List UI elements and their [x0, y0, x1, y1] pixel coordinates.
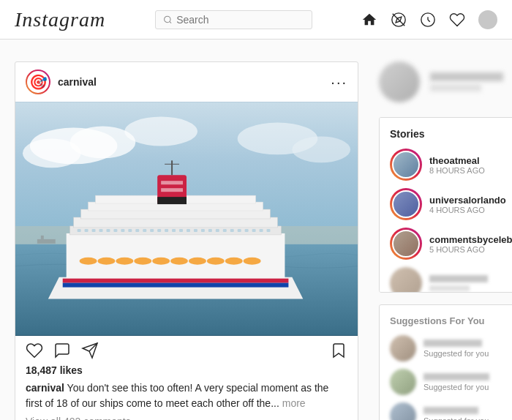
svg-rect-29 [113, 229, 117, 232]
header: Instagram [0, 0, 512, 40]
suggestions-header: Suggestions For You See All [390, 315, 512, 326]
story-time-1: 4 HOURS AGO [429, 206, 506, 214]
svg-rect-26 [92, 229, 96, 232]
post-actions-left [26, 342, 99, 361]
suggestion-sub-2: Suggested for you [423, 416, 489, 421]
bookmark-button[interactable] [330, 342, 347, 361]
main-container: 🎯 carnival ··· [0, 61, 512, 420]
svg-rect-39 [187, 229, 190, 232]
svg-rect-43 [216, 229, 219, 232]
story-item-3[interactable] [390, 267, 512, 293]
svg-point-0 [164, 16, 170, 22]
svg-rect-46 [238, 229, 241, 232]
svg-point-57 [80, 258, 97, 265]
story-info-1: universalorlando 4 HOURS AGO [429, 195, 506, 214]
story-info-2: commentsbycelebs 5 HOURS AGO [429, 234, 512, 254]
post-author-username[interactable]: carnival [58, 76, 97, 88]
post-caption-username[interactable]: carnival [26, 382, 64, 394]
suggestion-info-2: Suggested for you [423, 407, 489, 421]
svg-line-1 [169, 21, 170, 23]
suggestion-left-1: Suggested for you [390, 369, 489, 395]
story-time-blur-3 [429, 285, 470, 291]
post-card: 🎯 carnival ··· [15, 61, 358, 420]
post-likes-count: 18,487 likes [15, 364, 358, 380]
post-image [15, 102, 358, 336]
view-all-comments[interactable]: View all 402 comments [15, 416, 358, 420]
svg-rect-35 [157, 229, 161, 232]
suggestion-avatar-1[interactable] [390, 369, 416, 395]
svg-rect-40 [194, 229, 197, 232]
share-button[interactable] [81, 342, 99, 361]
svg-rect-54 [157, 197, 187, 204]
user-avatar[interactable] [478, 10, 497, 29]
svg-point-60 [134, 258, 151, 265]
suggestion-info-0: Suggested for you [423, 340, 489, 358]
suggestion-left-0: Suggested for you [390, 335, 489, 361]
explore-icon[interactable] [391, 12, 407, 28]
svg-rect-18 [67, 233, 285, 279]
svg-rect-27 [99, 229, 103, 232]
svg-point-66 [244, 258, 261, 265]
sidebar-profile [379, 61, 512, 102]
svg-point-62 [170, 258, 188, 265]
suggestion-info-1: Suggested for you [423, 373, 489, 391]
suggestion-avatar-2[interactable] [390, 402, 416, 420]
post-more-options[interactable]: ··· [331, 75, 347, 89]
svg-rect-34 [150, 229, 154, 232]
story-avatar-1[interactable] [390, 188, 422, 220]
svg-point-65 [225, 258, 243, 265]
svg-point-59 [116, 258, 133, 265]
feed: 🎯 carnival ··· [15, 61, 358, 420]
svg-point-13 [292, 136, 350, 162]
svg-rect-44 [223, 229, 227, 232]
svg-rect-41 [201, 229, 205, 232]
svg-rect-28 [106, 229, 110, 232]
svg-rect-32 [135, 229, 139, 232]
story-username-2[interactable]: commentsbycelebs [429, 234, 512, 245]
search-bar[interactable] [155, 10, 312, 29]
suggestion-item-2: Suggested for you Follow [390, 402, 512, 420]
heart-icon[interactable] [449, 12, 465, 28]
search-input[interactable] [176, 14, 304, 26]
svg-rect-36 [165, 229, 168, 232]
instagram-logo: Instagram [15, 8, 105, 31]
svg-rect-24 [78, 229, 81, 232]
svg-rect-17 [41, 236, 44, 239]
post-actions-row [15, 336, 358, 364]
story-avatar-2[interactable] [390, 228, 422, 260]
story-info-3 [429, 275, 512, 291]
home-icon[interactable] [361, 12, 377, 28]
svg-rect-38 [179, 229, 183, 232]
svg-rect-53 [161, 188, 183, 192]
profile-name-blur [430, 72, 503, 81]
post-author-avatar[interactable]: 🎯 [26, 70, 50, 94]
svg-point-63 [189, 258, 206, 265]
svg-point-61 [152, 258, 170, 265]
story-username-0[interactable]: theoatmeal [429, 155, 485, 166]
story-avatar-0[interactable] [390, 149, 422, 181]
post-caption-more[interactable]: more [282, 397, 306, 409]
suggestion-name-blur-2 [423, 407, 478, 414]
suggestion-left-2: Suggested for you [390, 402, 489, 420]
suggestion-sub-1: Suggested for you [423, 383, 489, 391]
svg-rect-48 [252, 229, 256, 232]
story-item-0[interactable]: theoatmeal 8 HOURS AGO [390, 149, 512, 181]
like-button[interactable] [26, 342, 43, 361]
svg-rect-33 [143, 229, 146, 232]
comment-button[interactable] [53, 342, 71, 361]
story-avatar-3[interactable] [390, 267, 422, 293]
story-time-2: 5 HOURS AGO [429, 245, 512, 254]
story-username-blur-3 [429, 275, 488, 282]
carnival-logo-icon: 🎯 [29, 73, 48, 91]
suggestion-item-1: Suggested for you Follow [390, 369, 512, 395]
svg-rect-49 [260, 229, 263, 232]
suggestions-title: Suggestions For You [390, 315, 485, 326]
story-username-1[interactable]: universalorlando [429, 195, 506, 206]
suggestion-avatar-0[interactable] [390, 335, 416, 361]
svg-rect-25 [85, 229, 89, 232]
compass-icon[interactable] [420, 12, 436, 28]
profile-avatar[interactable] [379, 61, 420, 102]
story-item-1[interactable]: universalorlando 4 HOURS AGO [390, 188, 512, 220]
suggestion-sub-0: Suggested for you [423, 349, 489, 358]
story-item-2[interactable]: commentsbycelebs 5 HOURS AGO [390, 228, 512, 260]
